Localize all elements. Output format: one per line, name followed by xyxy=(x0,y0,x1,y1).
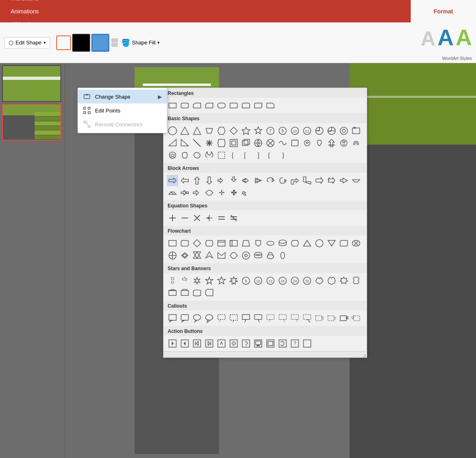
shape-btn[interactable] xyxy=(228,175,239,186)
shape-btn[interactable] xyxy=(338,125,350,137)
shape-btn[interactable] xyxy=(338,313,350,324)
shape-btn[interactable] xyxy=(252,125,264,137)
shape-btn[interactable] xyxy=(326,125,337,137)
shape-btn[interactable] xyxy=(252,238,264,249)
shape-btn[interactable] xyxy=(204,250,215,261)
shape-btn[interactable] xyxy=(216,150,227,161)
shape-btn[interactable] xyxy=(301,137,313,149)
shape-btn[interactable] xyxy=(326,275,337,286)
edit-points-menu-item[interactable]: Edit Points xyxy=(78,103,167,117)
shape-btn[interactable]: 10 xyxy=(252,275,264,286)
shape-btn[interactable] xyxy=(179,287,190,299)
shape-btn[interactable] xyxy=(179,187,190,198)
shape-btn[interactable] xyxy=(167,100,178,111)
shape-btn[interactable] xyxy=(216,175,227,186)
shape-btn[interactable] xyxy=(314,275,325,286)
shape-btn[interactable] xyxy=(326,175,337,186)
wordart-a-green[interactable]: A xyxy=(456,26,472,49)
shape-btn[interactable] xyxy=(326,137,337,149)
shape-btn[interactable] xyxy=(179,313,190,324)
shape-btn[interactable]: [ xyxy=(240,150,252,161)
shape-btn[interactable] xyxy=(314,125,325,137)
shape-btn[interactable] xyxy=(240,100,252,111)
shape-btn[interactable] xyxy=(240,137,252,149)
shape-btn[interactable]: 8 xyxy=(277,125,288,137)
shape-btn[interactable] xyxy=(277,137,288,149)
slide-thumb-1[interactable] xyxy=(2,65,61,102)
shape-btn[interactable]: 12 xyxy=(265,275,276,286)
shape-btn[interactable] xyxy=(167,250,178,261)
shape-btn[interactable] xyxy=(289,175,301,186)
shape-btn[interactable] xyxy=(179,212,190,224)
menu-item-animations[interactable]: Animations xyxy=(4,5,46,18)
shape-btn[interactable] xyxy=(167,238,178,249)
shape-btn[interactable]: ] xyxy=(252,150,264,161)
shape-btn[interactable] xyxy=(265,175,276,186)
shape-btn[interactable]: i xyxy=(228,338,239,349)
shape-btn[interactable] xyxy=(216,125,227,137)
shape-btn[interactable] xyxy=(204,137,215,149)
shape-btn[interactable] xyxy=(350,238,362,249)
shape-btn[interactable]: { xyxy=(228,150,239,161)
shape-btn[interactable]: 24 xyxy=(289,275,301,286)
shape-btn[interactable] xyxy=(191,275,203,286)
shape-btn[interactable] xyxy=(301,338,313,349)
shape-btn[interactable]: 8 xyxy=(240,275,252,286)
shape-btn[interactable] xyxy=(277,338,288,349)
shape-btn[interactable] xyxy=(179,150,190,161)
shape-btn[interactable] xyxy=(289,137,301,149)
shape-btn[interactable] xyxy=(350,313,362,324)
shape-preview-3[interactable] xyxy=(91,34,109,52)
shape-btn[interactable] xyxy=(338,238,350,249)
shape-btn[interactable] xyxy=(179,338,190,349)
shape-btn[interactable] xyxy=(301,175,313,186)
shape-btn[interactable]: 7 xyxy=(265,125,276,137)
shape-btn[interactable] xyxy=(204,187,215,198)
shape-btn[interactable] xyxy=(167,275,178,286)
shape-btn[interactable] xyxy=(277,250,288,261)
wordart-a-blue[interactable]: A xyxy=(438,26,454,49)
shape-btn[interactable] xyxy=(216,238,227,249)
shape-btn[interactable] xyxy=(204,275,215,286)
shape-btn[interactable] xyxy=(191,187,203,198)
shape-btn[interactable] xyxy=(204,100,215,111)
shape-btn[interactable] xyxy=(252,338,264,349)
shape-btn[interactable] xyxy=(179,275,190,286)
shape-btn[interactable] xyxy=(228,238,239,249)
shape-btn[interactable] xyxy=(301,238,313,249)
shape-btn[interactable] xyxy=(240,175,252,186)
shape-btn[interactable] xyxy=(191,137,203,149)
shape-btn[interactable]: 32 xyxy=(301,275,313,286)
shape-scroll-up[interactable] xyxy=(111,38,118,42)
shape-btn[interactable]: 10 xyxy=(289,125,301,137)
shape-btn[interactable]: 16 xyxy=(277,275,288,286)
menu-item-transitions[interactable]: Transitions xyxy=(4,0,46,5)
shape-btn[interactable] xyxy=(191,100,203,111)
shape-btn[interactable]: } xyxy=(277,150,288,161)
change-shape-menu-item[interactable]: Change Shape ▶ xyxy=(78,90,167,103)
shape-preview-1[interactable] xyxy=(56,35,71,50)
shape-btn[interactable] xyxy=(240,313,252,324)
shape-btn[interactable] xyxy=(350,275,362,286)
shape-btn[interactable] xyxy=(277,238,288,249)
shape-btn[interactable] xyxy=(216,313,227,324)
shape-btn[interactable]: ? xyxy=(289,338,301,349)
shape-btn[interactable] xyxy=(179,137,190,149)
shape-btn[interactable] xyxy=(216,250,227,261)
slide-thumb-2[interactable] xyxy=(2,104,61,141)
shape-btn[interactable] xyxy=(252,137,264,149)
shape-btn[interactable] xyxy=(216,275,227,286)
shape-btn[interactable] xyxy=(228,212,239,224)
shape-btn[interactable] xyxy=(204,313,215,324)
shape-btn[interactable] xyxy=(167,287,178,299)
shape-btn[interactable] xyxy=(228,250,239,261)
shape-btn[interactable] xyxy=(228,100,239,111)
shape-btn[interactable] xyxy=(228,137,239,149)
edit-shape-button[interactable]: ⬡ Edit Shape ▾ xyxy=(4,37,50,48)
shape-btn[interactable]: ✤ xyxy=(228,187,239,198)
shape-btn[interactable] xyxy=(167,212,178,224)
wordart-a-gray[interactable]: A xyxy=(421,29,435,49)
shape-btn[interactable] xyxy=(326,313,337,324)
shape-btn[interactable] xyxy=(179,175,190,186)
shape-btn[interactable] xyxy=(191,125,203,137)
